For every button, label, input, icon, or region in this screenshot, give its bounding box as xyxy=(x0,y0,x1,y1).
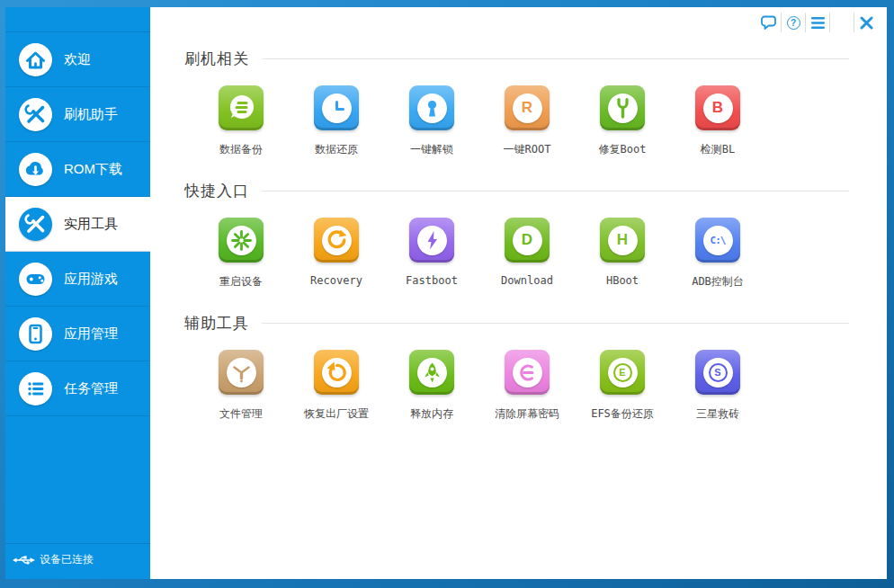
tool-label: 一键ROOT xyxy=(504,142,551,157)
tool-tile xyxy=(505,350,550,395)
tool-tile xyxy=(314,85,359,130)
tool-label: 文件管理 xyxy=(219,406,263,422)
close-button[interactable] xyxy=(854,13,878,32)
console-icon: C:\ xyxy=(703,226,733,255)
tool-clock[interactable]: 数据还原 xyxy=(289,85,384,157)
tool-circled-letter[interactable]: S 三星救砖 xyxy=(670,350,765,422)
clock-icon xyxy=(322,94,352,123)
task-list-icon xyxy=(19,372,52,405)
tool-label: ADB控制台 xyxy=(692,274,744,290)
tool-tile xyxy=(219,350,264,395)
section-title: 辅助工具 xyxy=(184,313,249,334)
section-title: 快捷入口 xyxy=(184,181,249,201)
tool-lightning[interactable]: Fastboot xyxy=(384,218,479,290)
letter-icon: H xyxy=(608,226,638,255)
tool-tile xyxy=(314,350,359,395)
tool-tile: E xyxy=(600,350,645,395)
section-divider xyxy=(262,191,849,192)
tool-undo[interactable]: 恢复出厂设置 xyxy=(289,350,384,422)
section-divider xyxy=(262,58,849,59)
tool-label: Fastboot xyxy=(406,274,458,287)
file-manager-icon xyxy=(227,358,256,388)
sidebar-filler xyxy=(5,416,150,543)
sidebar-item-home[interactable]: 欢迎 xyxy=(5,32,150,87)
question-mark-icon: ? xyxy=(787,16,800,30)
tool-file-manager[interactable]: 文件管理 xyxy=(193,350,289,422)
device-status-label: 设备已连接 xyxy=(40,552,94,567)
tool-label: Download xyxy=(501,274,553,287)
section: 刷机相关 数据备份 数据还原 一键解锁 R 一键ROOT xyxy=(184,49,849,157)
tool-console[interactable]: C:\ ADB控制台 xyxy=(670,218,765,290)
tool-tile: C:\ xyxy=(695,218,740,263)
refresh-icon xyxy=(322,226,352,255)
tool-letter[interactable]: H HBoot xyxy=(575,218,670,290)
tool-tile xyxy=(409,350,454,395)
tool-keyhole[interactable]: 一键解锁 xyxy=(384,85,479,157)
tool-tile: S xyxy=(695,350,740,395)
tool-tile xyxy=(600,85,645,130)
section: 快捷入口 重启设备 Recovery Fastboot D xyxy=(184,181,849,290)
menu-button[interactable] xyxy=(805,13,829,32)
tool-refresh[interactable]: Recovery xyxy=(289,218,384,290)
utility-tools-icon xyxy=(19,208,52,241)
section: 辅助工具 文件管理 恢复出厂设置 释放内存 xyxy=(184,313,849,422)
letter-icon: B xyxy=(703,94,733,123)
tool-restart[interactable]: 重启设备 xyxy=(193,218,289,290)
tool-label: 恢复出厂设置 xyxy=(304,406,369,422)
tool-letter[interactable]: B 检测BL xyxy=(670,85,765,157)
backup-bubble-icon xyxy=(223,90,259,126)
tool-backup-bubble[interactable]: 数据备份 xyxy=(193,85,289,157)
close-icon xyxy=(860,16,873,30)
sidebar-item-label: 应用管理 xyxy=(64,325,118,343)
sidebar-item-utility-tools[interactable]: 实用工具 xyxy=(5,197,150,252)
phone-icon xyxy=(19,317,52,351)
tool-circled-letter[interactable]: E EFS备份还原 xyxy=(575,350,670,422)
sidebar-item-label: 应用游戏 xyxy=(64,271,118,288)
tool-tile xyxy=(219,218,264,263)
tool-label: 数据还原 xyxy=(315,142,358,157)
sidebar-item-phone[interactable]: 应用管理 xyxy=(5,307,150,361)
gamepad-icon xyxy=(19,263,52,296)
sidebar-item-label: ROM下载 xyxy=(64,161,122,178)
tool-label: 三星救砖 xyxy=(696,406,739,422)
tools-content: 刷机相关 数据备份 数据还原 一键解锁 R 一键ROOT xyxy=(150,7,887,422)
help-button[interactable]: ? xyxy=(781,13,805,32)
home-icon xyxy=(19,43,52,76)
device-status: 设备已连接 xyxy=(5,543,150,579)
tool-tile: H xyxy=(600,218,645,263)
tool-label: Recovery xyxy=(310,274,362,287)
sidebar-item-gamepad[interactable]: 应用游戏 xyxy=(5,252,150,307)
cloud-download-icon xyxy=(19,153,52,186)
sidebar-item-label: 实用工具 xyxy=(64,216,118,233)
tool-screen-lock[interactable]: 清除屏幕密码 xyxy=(479,350,575,422)
rocket-icon xyxy=(417,358,447,388)
tool-label: 数据备份 xyxy=(219,142,263,157)
tool-tile: R xyxy=(505,85,550,130)
sidebar: 欢迎 刷机助手 ROM下载 实用工具 应用游戏 应用管理 任务管理 xyxy=(5,7,150,579)
minimize-button[interactable] xyxy=(829,13,854,32)
sidebar-item-flash-tools[interactable]: 刷机助手 xyxy=(5,87,150,142)
tool-letter[interactable]: R 一键ROOT xyxy=(479,85,575,157)
tool-rocket[interactable]: 释放内存 xyxy=(384,350,479,422)
tool-label: EFS备份还原 xyxy=(591,406,654,422)
circled-letter-icon: E xyxy=(608,358,638,388)
sidebar-item-label: 刷机助手 xyxy=(64,106,118,123)
tool-letter[interactable]: D Download xyxy=(479,218,575,290)
tool-tile xyxy=(314,218,359,263)
main-panel: ? 刷机相关 数据备份 数据还原 一键解锁 xyxy=(150,7,887,579)
sidebar-item-label: 欢迎 xyxy=(64,51,91,68)
restart-icon xyxy=(227,226,256,255)
flash-tools-icon xyxy=(19,98,52,131)
tool-label: 重启设备 xyxy=(219,274,263,290)
tool-tile xyxy=(409,218,454,263)
sidebar-item-label: 任务管理 xyxy=(64,380,118,397)
chat-button[interactable] xyxy=(756,13,781,32)
sidebar-item-cloud-download[interactable]: ROM下载 xyxy=(5,142,150,197)
letter-icon: R xyxy=(513,94,542,123)
tool-wrench[interactable]: 修复Boot xyxy=(575,85,670,157)
undo-icon xyxy=(322,358,352,388)
titlebar-controls: ? xyxy=(756,12,878,33)
wrench-icon xyxy=(608,94,638,123)
section-title: 刷机相关 xyxy=(184,49,249,69)
sidebar-item-task-list[interactable]: 任务管理 xyxy=(5,361,150,416)
